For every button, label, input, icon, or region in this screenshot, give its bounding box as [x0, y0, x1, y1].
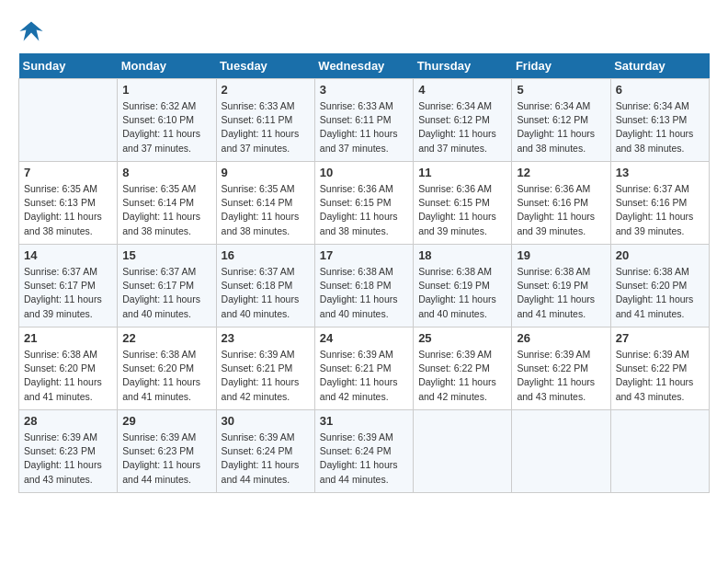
calendar-week-row: 7 Sunrise: 6:35 AMSunset: 6:13 PMDayligh… [19, 162, 710, 245]
day-number: 15 [122, 248, 210, 262]
calendar-cell: 9 Sunrise: 6:35 AMSunset: 6:14 PMDayligh… [216, 162, 314, 245]
day-info: Sunrise: 6:38 AMSunset: 6:20 PMDaylight:… [24, 348, 112, 404]
day-info: Sunrise: 6:39 AMSunset: 6:21 PMDaylight:… [222, 348, 310, 404]
day-number: 3 [320, 83, 408, 97]
calendar-cell: 8 Sunrise: 6:35 AMSunset: 6:14 PMDayligh… [118, 162, 216, 245]
calendar-cell: 10 Sunrise: 6:36 AMSunset: 6:15 PMDaylig… [314, 162, 413, 245]
day-info: Sunrise: 6:37 AMSunset: 6:17 PMDaylight:… [122, 265, 210, 321]
calendar-cell: 6 Sunrise: 6:34 AMSunset: 6:13 PMDayligh… [610, 79, 709, 162]
day-number: 25 [418, 331, 506, 345]
day-number: 24 [320, 331, 408, 345]
day-info: Sunrise: 6:34 AMSunset: 6:13 PMDaylight:… [616, 99, 704, 155]
header [18, 18, 710, 44]
day-number: 11 [418, 166, 506, 179]
day-info: Sunrise: 6:39 AMSunset: 6:24 PMDaylight:… [222, 431, 310, 487]
day-info: Sunrise: 6:37 AMSunset: 6:17 PMDaylight:… [24, 265, 112, 321]
day-info: Sunrise: 6:38 AMSunset: 6:18 PMDaylight:… [320, 265, 408, 321]
day-number: 10 [320, 166, 408, 179]
day-number: 16 [222, 248, 310, 262]
logo [18, 18, 48, 44]
calendar-week-row: 1 Sunrise: 6:32 AMSunset: 6:10 PMDayligh… [19, 79, 710, 162]
day-number: 13 [616, 166, 704, 179]
calendar-cell: 28 Sunrise: 6:39 AMSunset: 6:23 PMDaylig… [19, 410, 118, 493]
day-info: Sunrise: 6:33 AMSunset: 6:11 PMDaylight:… [320, 99, 408, 155]
calendar-cell: 7 Sunrise: 6:35 AMSunset: 6:13 PMDayligh… [19, 162, 118, 245]
calendar-cell [19, 79, 118, 162]
calendar-header-row: SundayMondayTuesdayWednesdayThursdayFrid… [19, 53, 710, 79]
day-info: Sunrise: 6:38 AMSunset: 6:19 PMDaylight:… [517, 265, 605, 321]
calendar-cell: 17 Sunrise: 6:38 AMSunset: 6:18 PMDaylig… [314, 245, 413, 327]
day-info: Sunrise: 6:36 AMSunset: 6:15 PMDaylight:… [320, 182, 408, 238]
day-number: 6 [616, 83, 704, 97]
day-number: 29 [122, 414, 210, 428]
calendar-cell: 3 Sunrise: 6:33 AMSunset: 6:11 PMDayligh… [314, 79, 413, 162]
day-number: 26 [517, 331, 605, 345]
weekday-header: Thursday [414, 53, 512, 79]
day-info: Sunrise: 6:37 AMSunset: 6:16 PMDaylight:… [616, 182, 704, 238]
day-number: 7 [24, 166, 112, 179]
calendar-cell: 29 Sunrise: 6:39 AMSunset: 6:23 PMDaylig… [118, 410, 216, 493]
calendar-cell [512, 410, 610, 493]
day-number: 17 [320, 248, 408, 262]
calendar-cell: 15 Sunrise: 6:37 AMSunset: 6:17 PMDaylig… [118, 245, 216, 327]
day-number: 30 [222, 414, 310, 428]
weekday-header: Wednesday [314, 53, 413, 79]
day-number: 20 [616, 248, 704, 262]
calendar-cell: 25 Sunrise: 6:39 AMSunset: 6:22 PMDaylig… [414, 327, 512, 410]
calendar-cell [610, 410, 709, 493]
calendar-cell: 30 Sunrise: 6:39 AMSunset: 6:24 PMDaylig… [216, 410, 314, 493]
day-number: 19 [517, 248, 605, 262]
day-number: 28 [24, 414, 112, 428]
calendar-cell: 31 Sunrise: 6:39 AMSunset: 6:24 PMDaylig… [314, 410, 413, 493]
day-info: Sunrise: 6:38 AMSunset: 6:19 PMDaylight:… [418, 265, 506, 321]
day-info: Sunrise: 6:32 AMSunset: 6:10 PMDaylight:… [122, 99, 210, 155]
calendar-cell: 27 Sunrise: 6:39 AMSunset: 6:22 PMDaylig… [610, 327, 709, 410]
day-info: Sunrise: 6:39 AMSunset: 6:22 PMDaylight:… [616, 348, 704, 404]
day-number: 23 [222, 331, 310, 345]
weekday-header: Friday [512, 53, 610, 79]
day-info: Sunrise: 6:33 AMSunset: 6:11 PMDaylight:… [222, 99, 310, 155]
calendar-cell: 1 Sunrise: 6:32 AMSunset: 6:10 PMDayligh… [118, 79, 216, 162]
day-number: 4 [418, 83, 506, 97]
calendar-cell: 13 Sunrise: 6:37 AMSunset: 6:16 PMDaylig… [610, 162, 709, 245]
calendar-cell: 20 Sunrise: 6:38 AMSunset: 6:20 PMDaylig… [610, 245, 709, 327]
day-number: 22 [122, 331, 210, 345]
day-number: 8 [122, 166, 210, 179]
day-number: 14 [24, 248, 112, 262]
day-info: Sunrise: 6:35 AMSunset: 6:14 PMDaylight:… [122, 182, 210, 238]
weekday-header: Monday [118, 53, 216, 79]
day-info: Sunrise: 6:36 AMSunset: 6:16 PMDaylight:… [517, 182, 605, 238]
day-info: Sunrise: 6:39 AMSunset: 6:22 PMDaylight:… [418, 348, 506, 404]
day-info: Sunrise: 6:37 AMSunset: 6:18 PMDaylight:… [222, 265, 310, 321]
day-number: 27 [616, 331, 704, 345]
day-number: 18 [418, 248, 506, 262]
day-info: Sunrise: 6:39 AMSunset: 6:23 PMDaylight:… [122, 431, 210, 487]
day-info: Sunrise: 6:39 AMSunset: 6:23 PMDaylight:… [24, 431, 112, 487]
weekday-header: Saturday [610, 53, 709, 79]
calendar-cell: 21 Sunrise: 6:38 AMSunset: 6:20 PMDaylig… [19, 327, 118, 410]
calendar-cell: 19 Sunrise: 6:38 AMSunset: 6:19 PMDaylig… [512, 245, 610, 327]
calendar-table: SundayMondayTuesdayWednesdayThursdayFrid… [18, 53, 710, 493]
day-info: Sunrise: 6:39 AMSunset: 6:24 PMDaylight:… [320, 431, 408, 487]
day-info: Sunrise: 6:39 AMSunset: 6:22 PMDaylight:… [517, 348, 605, 404]
day-info: Sunrise: 6:35 AMSunset: 6:14 PMDaylight:… [222, 182, 310, 238]
calendar-week-row: 21 Sunrise: 6:38 AMSunset: 6:20 PMDaylig… [19, 327, 710, 410]
calendar-cell: 14 Sunrise: 6:37 AMSunset: 6:17 PMDaylig… [19, 245, 118, 327]
calendar-cell: 24 Sunrise: 6:39 AMSunset: 6:21 PMDaylig… [314, 327, 413, 410]
calendar-cell [414, 410, 512, 493]
calendar-cell: 12 Sunrise: 6:36 AMSunset: 6:16 PMDaylig… [512, 162, 610, 245]
calendar-week-row: 28 Sunrise: 6:39 AMSunset: 6:23 PMDaylig… [19, 410, 710, 493]
calendar-cell: 23 Sunrise: 6:39 AMSunset: 6:21 PMDaylig… [216, 327, 314, 410]
day-info: Sunrise: 6:34 AMSunset: 6:12 PMDaylight:… [418, 99, 506, 155]
calendar-cell: 2 Sunrise: 6:33 AMSunset: 6:11 PMDayligh… [216, 79, 314, 162]
logo-icon [18, 18, 44, 44]
calendar-cell: 22 Sunrise: 6:38 AMSunset: 6:20 PMDaylig… [118, 327, 216, 410]
day-number: 5 [517, 83, 605, 97]
calendar-cell: 11 Sunrise: 6:36 AMSunset: 6:15 PMDaylig… [414, 162, 512, 245]
day-info: Sunrise: 6:39 AMSunset: 6:21 PMDaylight:… [320, 348, 408, 404]
day-number: 21 [24, 331, 112, 345]
day-info: Sunrise: 6:38 AMSunset: 6:20 PMDaylight:… [616, 265, 704, 321]
calendar-cell: 26 Sunrise: 6:39 AMSunset: 6:22 PMDaylig… [512, 327, 610, 410]
calendar-cell: 4 Sunrise: 6:34 AMSunset: 6:12 PMDayligh… [414, 79, 512, 162]
day-info: Sunrise: 6:35 AMSunset: 6:13 PMDaylight:… [24, 182, 112, 238]
